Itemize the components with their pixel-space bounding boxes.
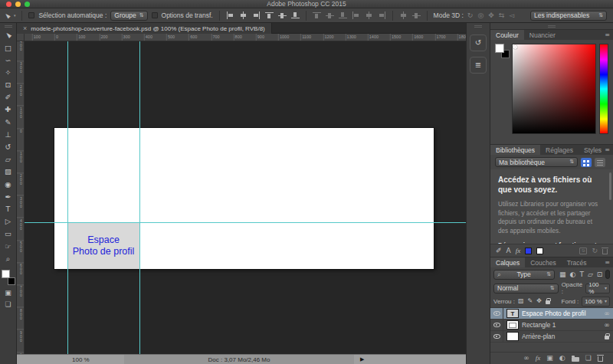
filter-shape-layers-icon[interactable]: ▱ xyxy=(588,271,593,278)
align-vertical-centers-icon[interactable] xyxy=(278,11,287,19)
library-type-icon[interactable]: A xyxy=(506,248,511,254)
properties-panel-icon-button[interactable]: ≣ xyxy=(470,57,487,74)
dock-grip[interactable] xyxy=(474,25,482,28)
3d-slide-icon[interactable]: ⇆ xyxy=(499,12,505,19)
delete-layer-icon[interactable] xyxy=(598,356,603,362)
mini-fg-bg-swatches[interactable] xyxy=(495,44,512,62)
tab-couches[interactable]: Couches xyxy=(525,257,562,267)
align-left-edges-icon[interactable] xyxy=(226,11,234,19)
screen-mode-icon[interactable]: ❏ xyxy=(5,301,11,308)
blend-mode-dropdown[interactable]: Normal⇅ xyxy=(493,284,559,293)
tab-bibliotheques[interactable]: Bibliothèques xyxy=(490,145,540,155)
grid-view-button[interactable] xyxy=(581,158,592,167)
fill-value[interactable]: 100 %▾ xyxy=(582,297,610,307)
group-layers-icon[interactable] xyxy=(572,357,579,362)
filter-smart-objects-icon[interactable]: ⊡ xyxy=(597,271,603,278)
library-color-swatch-white[interactable] xyxy=(536,248,543,254)
gradient-tool[interactable]: ▨ xyxy=(0,166,16,178)
move-tool-icon[interactable]: ► xyxy=(3,11,11,19)
link-layers-icon[interactable]: ∞ xyxy=(523,355,529,362)
auto-select-dropdown[interactable]: Groupe⇅ xyxy=(110,11,147,21)
saturation-brightness-field[interactable] xyxy=(512,44,596,134)
tab-nuancier[interactable]: Nuancier xyxy=(524,30,561,40)
lock-pixels-icon[interactable]: ✎ xyxy=(528,298,533,304)
vertical-guide-2[interactable] xyxy=(139,41,140,354)
filter-type-layers-icon[interactable]: T xyxy=(579,271,584,278)
transform-controls-checkbox[interactable] xyxy=(152,12,158,18)
3d-camera-icon[interactable]: ◅ xyxy=(509,12,514,19)
distribute-top-edges-icon[interactable] xyxy=(313,11,321,19)
magic-wand-tool[interactable]: ✧ xyxy=(0,67,16,79)
library-brush-icon[interactable]: ✐ xyxy=(496,248,502,254)
eraser-tool[interactable]: ▱ xyxy=(0,153,16,166)
tab-styles[interactable]: Styles xyxy=(579,145,607,155)
tool-preset-caret-icon[interactable]: ▾ xyxy=(14,13,16,18)
hue-slider[interactable] xyxy=(599,44,608,134)
tab-reglages[interactable]: Réglages xyxy=(540,145,579,155)
align-top-edges-icon[interactable] xyxy=(265,11,274,19)
add-layer-mask-icon[interactable]: ▣ xyxy=(546,355,553,362)
workspace-dropdown[interactable]: Les indispensables⇅ xyxy=(530,11,607,21)
panel-menu-icon[interactable]: ≡ xyxy=(605,259,610,266)
align-horizontal-centers-icon[interactable] xyxy=(239,11,247,19)
3d-orbit-icon[interactable]: ↻ xyxy=(467,12,474,19)
filter-pixel-layers-icon[interactable]: ▦ xyxy=(559,271,566,278)
history-panel-icon-button[interactable]: ↺ xyxy=(470,34,487,51)
zoom-tool[interactable]: ⌕ xyxy=(0,252,16,264)
distribute-vertical-spacing-icon[interactable] xyxy=(412,11,421,19)
visibility-toggle[interactable] xyxy=(490,331,503,342)
crop-tool[interactable]: ⊡ xyxy=(0,79,16,91)
clone-stamp-tool[interactable]: ⊥ xyxy=(0,129,16,141)
library-dropdown[interactable]: Ma bibliothèque⇅ xyxy=(495,157,578,167)
tab-traces[interactable]: Tracés xyxy=(562,257,592,267)
zoom-level-field[interactable]: 100 % xyxy=(72,356,90,363)
distribute-bottom-edges-icon[interactable] xyxy=(339,11,347,19)
blur-tool[interactable]: ◉ xyxy=(0,178,16,190)
zoom-window-icon[interactable] xyxy=(25,2,30,7)
canvas-viewport[interactable]: Espace Photo de profil xyxy=(25,41,466,354)
panel-menu-icon[interactable]: ≡ xyxy=(605,146,610,153)
filter-toggle-switch[interactable] xyxy=(605,270,610,279)
tab-couleur[interactable]: Couleur xyxy=(490,30,524,40)
spot-healing-brush-tool[interactable]: ✚ xyxy=(0,103,16,116)
library-color-swatch-blue[interactable] xyxy=(525,248,532,254)
quick-mask-icon[interactable]: ▣ xyxy=(5,290,11,297)
library-sync-icon[interactable]: ↻ xyxy=(592,248,598,254)
layer-row-arriere-plan[interactable]: Arrière-plan xyxy=(490,331,613,343)
history-brush-tool[interactable]: ↺ xyxy=(0,141,16,153)
adobe-stock-icon[interactable]: St xyxy=(579,248,587,254)
canvas[interactable]: Espace Photo de profil xyxy=(54,128,434,269)
list-view-button[interactable] xyxy=(595,158,605,167)
adjustment-layer-icon[interactable]: ◐ xyxy=(559,355,565,362)
pen-tool[interactable]: ✒ xyxy=(0,190,16,202)
eyedropper-tool[interactable]: ✐ xyxy=(0,91,16,103)
distribute-vertical-centers-icon[interactable] xyxy=(326,11,334,19)
filter-adjustment-layers-icon[interactable]: ◐ xyxy=(570,271,576,278)
3d-pan-icon[interactable]: ✥ xyxy=(488,12,494,19)
distribute-horizontal-spacing-icon[interactable] xyxy=(399,11,408,19)
lasso-tool[interactable]: ∽ xyxy=(0,54,16,66)
status-options-arrow-icon[interactable]: ▶ xyxy=(360,356,364,362)
properties-panel-icon[interactable]: ≣ xyxy=(475,61,481,69)
horizontal-guide[interactable] xyxy=(25,222,466,223)
foreground-color-swatch[interactable] xyxy=(2,270,10,278)
lock-position-icon[interactable]: ✥ xyxy=(536,298,542,304)
history-panel-icon[interactable]: ↺ xyxy=(475,39,481,47)
layer-row-rectangle-1[interactable]: Rectangle 1 ∞ xyxy=(490,320,613,331)
foreground-background-swatches[interactable] xyxy=(2,270,15,285)
close-tab-icon[interactable]: × xyxy=(23,25,27,32)
background-color-swatch[interactable] xyxy=(8,277,15,285)
3d-roll-icon[interactable]: ◎ xyxy=(477,12,484,19)
distribute-right-edges-icon[interactable] xyxy=(378,11,386,19)
visibility-toggle[interactable] xyxy=(490,320,503,330)
library-effects-icon[interactable]: fx xyxy=(516,248,521,254)
lock-transparency-icon[interactable]: ▨ xyxy=(518,298,524,304)
visibility-toggle[interactable] xyxy=(490,308,503,319)
type-tool[interactable]: T xyxy=(0,203,16,215)
align-bottom-edges-icon[interactable] xyxy=(291,11,300,19)
panel-column-grip[interactable] xyxy=(548,25,556,28)
rectangle-tool[interactable]: ▭ xyxy=(0,228,16,240)
library-scrollbar-thumb[interactable] xyxy=(609,172,611,200)
vertical-guide-1[interactable] xyxy=(67,41,68,354)
align-right-edges-icon[interactable] xyxy=(252,11,261,19)
